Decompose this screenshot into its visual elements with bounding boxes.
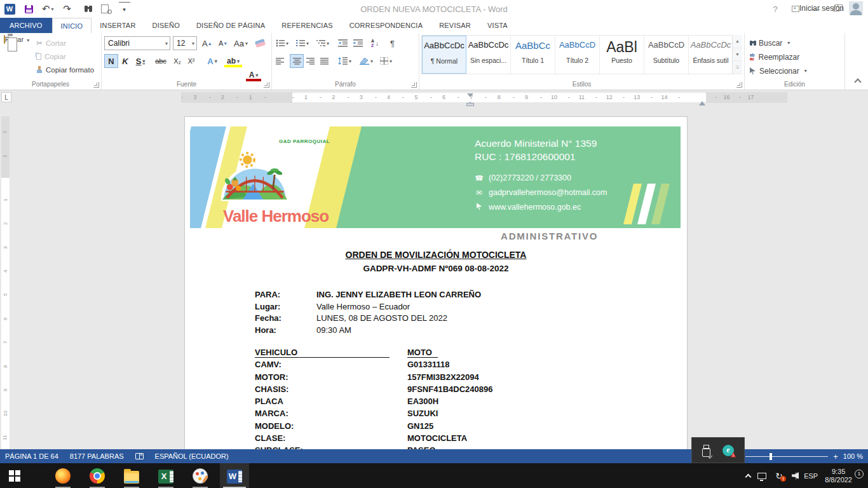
bold-button[interactable]: N [104, 54, 118, 68]
network-icon[interactable] [757, 473, 766, 479]
clock[interactable]: 9:35 8/8/2022 [825, 468, 852, 484]
borders-button[interactable] [380, 54, 392, 68]
ribbon-tab[interactable]: ARCHIVO [0, 18, 52, 33]
ruler-number: 6 [0, 317, 17, 320]
shading-button[interactable] [360, 54, 373, 68]
word-count[interactable]: 8177 PALABRAS [70, 452, 124, 460]
ribbon-tab[interactable]: DISEÑO [144, 18, 188, 33]
styles-scroll-up[interactable]: ▲ [733, 35, 742, 48]
left-indent-marker[interactable] [466, 103, 474, 106]
style-item[interactable]: AaBbCcD Subtítulo [644, 36, 689, 74]
ruler-number: 6 [430, 92, 458, 103]
show-marks-button[interactable]: ¶ [390, 36, 395, 50]
taskbar-word[interactable] [220, 463, 249, 488]
increase-indent-button[interactable] [353, 36, 363, 50]
start-button[interactable] [0, 463, 29, 488]
decrease-indent-button[interactable] [338, 36, 348, 50]
change-case-button[interactable]: Aa [233, 36, 249, 50]
align-left-button[interactable] [276, 54, 284, 68]
paste-button[interactable]: Pegar [3, 36, 31, 80]
justify-button[interactable] [320, 54, 329, 68]
right-indent-marker[interactable] [699, 98, 705, 105]
tray-expand-chevron-icon[interactable] [745, 473, 752, 480]
strikethrough-button[interactable]: abc [153, 54, 169, 68]
proofing-status[interactable] [135, 453, 144, 459]
taskbar-firefox[interactable] [48, 463, 78, 488]
align-right-button[interactable] [306, 54, 315, 68]
zoom-slider-thumb[interactable] [770, 453, 772, 460]
taskbar-chrome[interactable] [83, 463, 112, 488]
cut-button[interactable]: ✂ Cortar [34, 36, 100, 50]
underline-button[interactable]: S [132, 54, 149, 68]
taskbar-excel[interactable] [151, 463, 180, 488]
vertical-ruler[interactable]: 21 1234567891011 [1, 116, 10, 449]
taskbar-paint[interactable] [186, 463, 215, 488]
ribbon-tab[interactable]: INICIO [52, 18, 92, 33]
help-button[interactable]: ? [766, 2, 784, 16]
ribbon-tab[interactable]: INSERTAR [92, 18, 144, 33]
bullets-button[interactable] [276, 36, 288, 50]
banner-contact-info: Acuerdo Ministerial N° 1359 RUC : 176812… [475, 137, 607, 215]
paragraph-dialog-launcher[interactable] [411, 82, 417, 88]
format-painter-button[interactable]: Copiar formato [34, 63, 100, 76]
tray-time: 9:35 [832, 468, 845, 475]
table-row: CAMV: G01331118 [185, 360, 687, 372]
tab-stop-selector[interactable]: L [1, 92, 11, 102]
replace-button[interactable]: abac Reemplazar [750, 50, 799, 64]
ribbon-tab[interactable]: REVISAR [431, 18, 479, 33]
font-color-button[interactable]: A [245, 68, 262, 82]
ruler-number: 9 [0, 388, 17, 391]
style-item[interactable]: AaBbCcDc Énfasis sutil [689, 36, 733, 74]
style-item[interactable]: AaBbCcDc Sin espaci... [466, 36, 511, 74]
sort-button[interactable]: AZ ↓ [371, 36, 379, 50]
copy-button[interactable]: Copiar [34, 50, 100, 63]
ribbon-tab[interactable]: VISTA [479, 18, 516, 33]
text-effects-button[interactable]: A [203, 54, 221, 68]
style-item[interactable]: AaBl Puesto [600, 36, 644, 74]
zoom-slider[interactable] [745, 456, 828, 457]
highlight-color-button[interactable]: ab [224, 54, 243, 68]
style-item[interactable]: AaBbCcDc ¶ Normal [422, 36, 466, 74]
volume-icon[interactable] [792, 472, 797, 480]
horizontal-ruler[interactable]: 321 1234567891011121314 1617 [181, 92, 787, 103]
format-painter-icon [36, 66, 43, 73]
zoom-in-button[interactable]: + [833, 452, 838, 461]
numbering-button[interactable] [296, 36, 309, 50]
ribbon-tab[interactable]: DISEÑO DE PÁGINA [188, 18, 273, 33]
styles-gallery-expand[interactable]: ⍗ [733, 61, 742, 74]
collapse-ribbon-button[interactable] [854, 78, 861, 85]
replace-icon: abac [750, 53, 755, 61]
superscript-button[interactable]: X² [184, 54, 198, 68]
styles-scroll-down[interactable]: ▼ [733, 48, 742, 62]
font-dialog-launcher[interactable] [264, 82, 269, 88]
clear-formatting-button[interactable] [254, 36, 266, 50]
italic-button[interactable]: K [119, 54, 131, 68]
line-spacing-button[interactable] [338, 54, 351, 68]
grow-font-button[interactable]: A▲ [201, 36, 214, 50]
banner-website: www.vallehermoso.gob.ec [489, 200, 581, 215]
update-alert-icon[interactable]: ↻ [773, 471, 785, 481]
font-family-combo[interactable]: Calibri▾ [104, 36, 170, 50]
sign-in[interactable]: Iniciar sesión [799, 1, 863, 15]
taskbar-explorer[interactable] [117, 463, 146, 488]
subscript-button[interactable]: X₂ [170, 54, 184, 68]
select-menu-button[interactable]: Seleccionar [750, 64, 807, 78]
eset-antivirus-icon[interactable]: e! [722, 445, 734, 456]
clipboard-dialog-launcher[interactable] [93, 82, 99, 88]
multilevel-list-button[interactable] [316, 36, 329, 50]
ribbon-tab[interactable]: CORRESPONDENCIA [341, 18, 431, 33]
font-size-combo[interactable]: 12▾ [173, 36, 197, 50]
ribbon-tab[interactable]: REFERENCIAS [273, 18, 341, 33]
shrink-font-button[interactable]: A▼ [217, 36, 229, 50]
page-indicator[interactable]: PÁGINA 1 DE 64 [5, 452, 58, 460]
document-page[interactable]: Acuerdo Ministerial N° 1359 RUC : 176812… [184, 116, 688, 449]
language-indicator[interactable]: ESPAÑOL (ECUADOR) [155, 452, 229, 460]
style-item[interactable]: AaBbCc Título 1 [511, 36, 555, 74]
style-item[interactable]: AaBbCcD Título 2 [555, 36, 600, 74]
find-menu-button[interactable]: Buscar [750, 36, 790, 50]
styles-dialog-launcher[interactable] [736, 82, 742, 88]
usb-device-icon[interactable] [702, 445, 710, 456]
zoom-level[interactable]: 100 % [843, 452, 863, 460]
align-center-button[interactable] [290, 54, 304, 68]
input-language[interactable]: ESP [804, 472, 818, 480]
